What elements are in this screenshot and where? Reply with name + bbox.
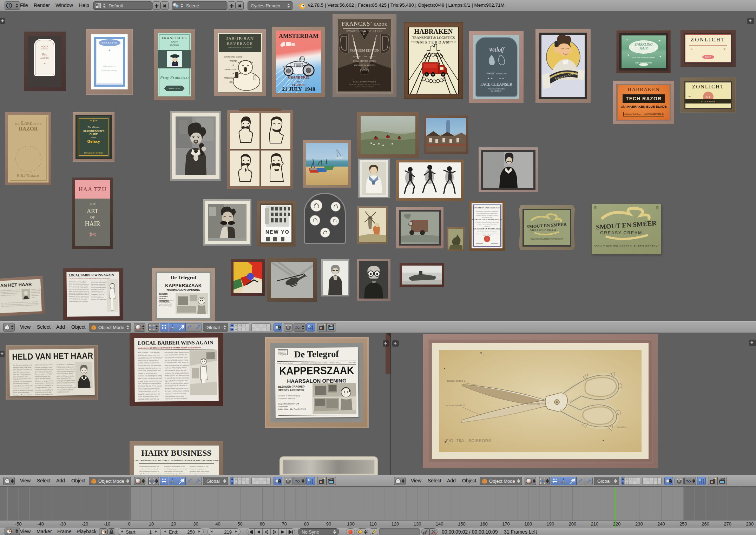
svg-text:FIG. 75A - SCISSORS: FIG. 75A - SCISSORS: [446, 439, 491, 443]
svg-text:GREASY-CREAM: GREASY-CREAM: [600, 230, 642, 235]
svg-text:SMOUT EN SMEER: SMOUT EN SMEER: [527, 222, 567, 229]
svg-text:joint hinge: joint hinge: [527, 402, 540, 405]
svg-text:NEW YO: NEW YO: [265, 229, 290, 235]
svg-text:GREASY-CREAM: GREASY-CREAM: [530, 229, 556, 232]
svg-text:"GOLLY GEE WILLICKERS, THAT'S: "GOLLY GEE WILLICKERS, THAT'S GREASY": [530, 238, 564, 240]
svg-text:"GOLLY GEE WILLICKERS, THAT'S: "GOLLY GEE WILLICKERS, THAT'S GREASY": [594, 245, 659, 247]
svg-text:SMOUT EN SMEER: SMOUT EN SMEER: [596, 219, 657, 231]
svg-text:scissor blade 1: scissor blade 1: [447, 379, 466, 382]
svg-text:handles: handles: [617, 426, 626, 429]
svg-text:scissor blade 2: scissor blade 2: [446, 404, 465, 407]
